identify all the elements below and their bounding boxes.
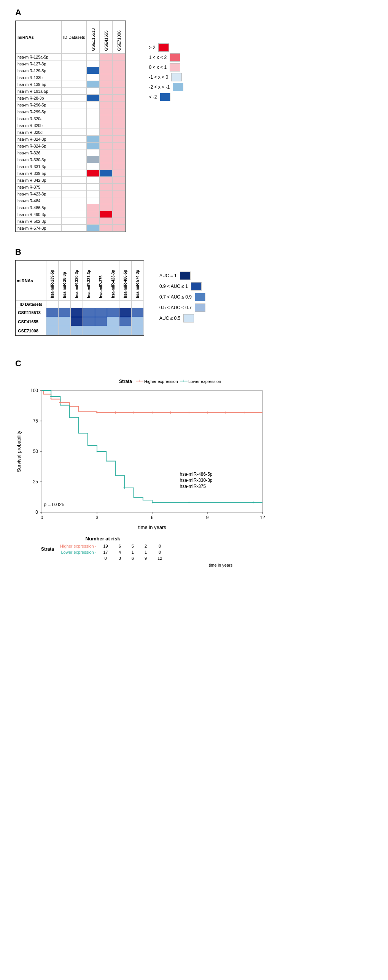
auc-cell bbox=[107, 317, 119, 326]
legend-color-box-b bbox=[191, 282, 202, 291]
heatmap-cell bbox=[87, 67, 100, 74]
tick-mark: + bbox=[224, 410, 227, 415]
legend-label: -2 < x < -1 bbox=[149, 84, 170, 90]
table-row: hsa-miR-320d bbox=[16, 129, 126, 136]
risk-value-higher: 2 bbox=[139, 543, 152, 549]
legend-item: > 2 bbox=[149, 43, 183, 52]
mirna-name-cell: hsa-miR-296-5p bbox=[16, 102, 62, 108]
legend-label: < -2 bbox=[149, 94, 157, 100]
heatmap-cell bbox=[87, 177, 100, 184]
heatmap-cell bbox=[100, 143, 113, 150]
auc-cell bbox=[71, 326, 83, 336]
x-axis-label: time in years bbox=[138, 524, 166, 530]
tick-mark: + bbox=[188, 500, 190, 505]
auc-cell bbox=[46, 317, 59, 326]
heatmap-b: miRNAshsa-miR-139-5phsa-miR-28-3phsa-miR… bbox=[15, 260, 144, 336]
time-value: 6 bbox=[126, 555, 139, 561]
mirna-name-cell: hsa-miR-320b bbox=[16, 122, 62, 129]
table-row: GSE71008 bbox=[16, 326, 144, 336]
heatmap-cell bbox=[100, 54, 113, 60]
tick-mark: + bbox=[151, 410, 153, 415]
tick-mark: + bbox=[252, 500, 254, 505]
mirna-name-cell: hsa-miR-375 bbox=[16, 184, 62, 191]
dataset-name-cell: GSE71008 bbox=[16, 326, 46, 336]
auc-cell bbox=[71, 317, 83, 326]
auc-cell bbox=[46, 326, 59, 336]
mirna-name-cell: hsa-miR-193a-5p bbox=[16, 88, 62, 95]
table-row: hsa-miR-125a-5p bbox=[16, 54, 126, 60]
mirna-annotation: hsa-miR-486-5p bbox=[180, 472, 213, 477]
table-row: hsa-miR-133b bbox=[16, 74, 126, 81]
legend-label-b: 0.7 < AUC ≤ 0.9 bbox=[159, 294, 192, 300]
time-value: 3 bbox=[113, 555, 126, 561]
legend-label-b: 0.9 < AUC ≤ 1 bbox=[159, 284, 188, 289]
heatmap-cell bbox=[113, 129, 126, 136]
table-row: hsa-miR-339-5p bbox=[16, 170, 126, 177]
mirna-col-header-b: hsa-miR-28-3p bbox=[59, 261, 71, 301]
legend-label-b: 0.5 < AUC ≤ 0.7 bbox=[159, 305, 192, 310]
id-cell bbox=[62, 170, 87, 177]
heatmap-cell bbox=[113, 211, 126, 218]
heatmap-cell bbox=[100, 177, 113, 184]
risk-value-higher: 0 bbox=[152, 543, 167, 549]
table-row: GSE41655 bbox=[16, 317, 144, 326]
legend-item-b: 0.7 < AUC ≤ 0.9 bbox=[159, 293, 205, 301]
id-cell bbox=[62, 177, 87, 184]
mirna-col-header: miRNAs bbox=[16, 21, 62, 54]
risk-value-lower: 17 bbox=[98, 549, 113, 555]
tick-mark: + bbox=[188, 410, 190, 415]
tick-mark: + bbox=[206, 410, 208, 415]
table-row: hsa-miR-375 bbox=[16, 184, 126, 191]
heatmap-cell bbox=[113, 225, 126, 232]
mirna-name-cell: hsa-miR-28-3p bbox=[16, 95, 62, 102]
mirna-name-cell: hsa-miR-320a bbox=[16, 115, 62, 122]
risk-value-lower: 0 bbox=[152, 549, 167, 555]
panel-b-label: B bbox=[15, 247, 373, 257]
legend-color-box-b bbox=[180, 272, 191, 280]
legend-item-b: AUC = 1 bbox=[159, 272, 205, 280]
tick-mark: + bbox=[151, 500, 153, 505]
legend-color-box bbox=[158, 43, 169, 52]
heatmap-cell bbox=[87, 88, 100, 95]
mirna-name-cell: hsa-miR-139-5p bbox=[16, 81, 62, 88]
heatmap-cell bbox=[87, 225, 100, 232]
table-row: hsa-miR-330-3p bbox=[16, 156, 126, 163]
table-row: hsa-miR-193a-5p bbox=[16, 88, 126, 95]
id-cell bbox=[62, 67, 87, 74]
legend-label: 1 < x < 2 bbox=[149, 55, 167, 60]
heatmap-cell bbox=[87, 102, 100, 108]
table-row: hsa-miR-574-3p bbox=[16, 225, 126, 232]
id-cell bbox=[62, 102, 87, 108]
mirna-name-cell: hsa-miR-330-3p bbox=[16, 156, 62, 163]
id-cell bbox=[62, 74, 87, 81]
heatmap-cell bbox=[87, 95, 100, 102]
auc-cell bbox=[119, 317, 132, 326]
id-cell bbox=[62, 136, 87, 143]
table-row: hsa-miR-331-3p bbox=[16, 163, 126, 170]
risk-value-lower: 1 bbox=[139, 549, 152, 555]
empty-cell bbox=[83, 301, 95, 308]
tick-mark: + bbox=[243, 410, 245, 415]
heatmap-cell bbox=[100, 218, 113, 225]
heatmap-cell bbox=[100, 81, 113, 88]
tick-mark: + bbox=[77, 409, 80, 414]
heatmap-cell bbox=[100, 108, 113, 115]
mirna-name-cell: hsa-miR-320d bbox=[16, 129, 62, 136]
heatmap-cell bbox=[113, 136, 126, 143]
heatmap-cell bbox=[113, 150, 126, 156]
table-row: hsa-miR-490-3p bbox=[16, 211, 126, 218]
panel-c: C 0369120255075100Survival probabilityti… bbox=[15, 359, 373, 567]
mirna-name-cell: hsa-miR-484 bbox=[16, 197, 62, 204]
id-cell bbox=[62, 150, 87, 156]
table-row: hsa-miR-423-3p bbox=[16, 191, 126, 197]
id-cell bbox=[62, 197, 87, 204]
strata-higher-tick: + bbox=[138, 379, 141, 384]
heatmap-cell bbox=[100, 115, 113, 122]
strata-higher-label: Higher expression bbox=[144, 379, 178, 384]
auc-cell bbox=[119, 308, 132, 317]
risk-table-x-axis: time in years bbox=[68, 563, 373, 567]
heatmap-cell bbox=[100, 197, 113, 204]
heatmap-cell bbox=[100, 150, 113, 156]
id-cell bbox=[62, 122, 87, 129]
legend-label: > 2 bbox=[149, 45, 155, 50]
